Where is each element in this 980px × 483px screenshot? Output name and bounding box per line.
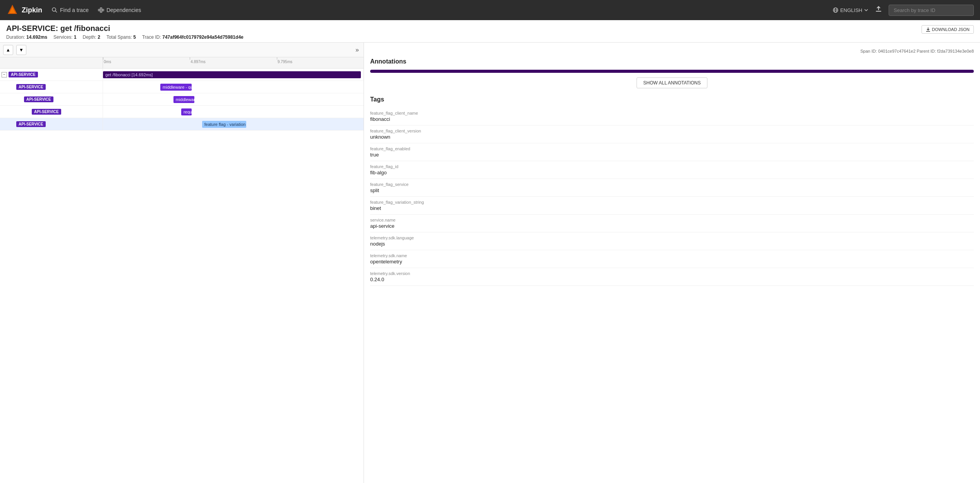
tags-section: Tags feature_flag_client_namefibonaccife… bbox=[370, 96, 974, 286]
find-trace-label: Find a trace bbox=[60, 7, 89, 13]
label-col-header bbox=[0, 57, 103, 68]
parent-id-label: Parent ID: bbox=[917, 49, 937, 53]
tag-key: telemetry.sdk.name bbox=[370, 253, 974, 258]
zipkin-logo-icon bbox=[6, 4, 19, 16]
show-annotations-button[interactable]: SHOW ALL ANNOTATIONS bbox=[637, 77, 707, 88]
collapse-up-button[interactable]: ▲ bbox=[3, 45, 13, 55]
tag-value: opentelemetry bbox=[370, 259, 974, 265]
span-id-value: 0401ce97c47641e2 bbox=[878, 49, 916, 53]
span-timeline-area: middleware - expressinit [107μs] bbox=[103, 93, 364, 105]
tag-key: feature_flag_id bbox=[370, 164, 974, 169]
download-json-button[interactable]: DOWNLOAD JSON bbox=[922, 25, 974, 34]
span-row[interactable]: API-SERVICEmiddleware - query [782μs] bbox=[0, 81, 364, 93]
trace-header: API-SERVICE: get /fibonacci DOWNLOAD JSO… bbox=[0, 20, 980, 43]
span-row[interactable]: API-SERVICErequest handler - /fibonacci … bbox=[0, 106, 364, 118]
search-input[interactable] bbox=[889, 5, 974, 16]
trace-meta: Duration: 14.692ms Services: 1 Depth: 2 … bbox=[6, 34, 974, 40]
translate-icon bbox=[832, 7, 839, 13]
tag-row: feature_flag_client_versionunknown bbox=[370, 125, 974, 143]
tag-key: feature_flag_variation_string bbox=[370, 200, 974, 205]
timeline-header: 0ms4.897ms9.795ms14.692ms bbox=[0, 57, 364, 69]
tag-row: feature_flag_client_namefibonacci bbox=[370, 108, 974, 125]
span-label-area: −API-SERVICE bbox=[0, 72, 103, 77]
span-bar[interactable]: request handler - /fibonacci [14μs] bbox=[181, 108, 192, 115]
service-badge: API-SERVICE bbox=[24, 96, 53, 102]
parent-id-value: f2da739134e3e0e8 bbox=[937, 49, 974, 53]
svg-rect-5 bbox=[100, 8, 102, 9]
service-badge: API-SERVICE bbox=[32, 109, 61, 115]
tag-value: 0.24.0 bbox=[370, 277, 974, 282]
upload-button[interactable] bbox=[875, 5, 882, 15]
service-badge: API-SERVICE bbox=[16, 84, 46, 90]
span-bar[interactable]: feature flag - variation [5.082ms] bbox=[202, 121, 246, 128]
upload-icon bbox=[875, 5, 882, 13]
tag-key: service.name bbox=[370, 218, 974, 222]
service-badge: API-SERVICE bbox=[9, 72, 38, 77]
span-label-area: API-SERVICE bbox=[0, 121, 103, 127]
duration-value: 14.692ms bbox=[26, 34, 47, 40]
services-meta: Services: 1 bbox=[53, 34, 76, 40]
tag-row: telemetry.sdk.nameopentelemetry bbox=[370, 250, 974, 268]
depth-meta: Depth: 2 bbox=[82, 34, 100, 40]
tag-row: telemetry.sdk.version0.24.0 bbox=[370, 268, 974, 286]
spans-toolbar: ▲ ▼ » bbox=[0, 43, 364, 57]
collapse-span-button[interactable]: − bbox=[2, 72, 7, 77]
span-label-area: API-SERVICE bbox=[0, 84, 103, 90]
spans-panel: ▲ ▼ » 0ms4.897ms9.795ms14.692ms −API-SER… bbox=[0, 43, 364, 483]
span-timeline-area: middleware - query [782μs] bbox=[103, 81, 364, 93]
find-trace-nav[interactable]: Find a trace bbox=[51, 7, 89, 13]
svg-rect-4 bbox=[98, 9, 100, 11]
language-selector[interactable]: ENGLISH bbox=[832, 7, 868, 13]
tag-row: service.nameapi-service bbox=[370, 215, 974, 232]
span-timeline-area: get /fibonacci [14.692ms] bbox=[103, 69, 364, 81]
span-bar[interactable]: middleware - expressinit [107μs] bbox=[173, 96, 194, 103]
tag-key: feature_flag_enabled bbox=[370, 146, 974, 151]
download-icon bbox=[926, 27, 930, 32]
span-row[interactable]: API-SERVICEmiddleware - expressinit [107… bbox=[0, 93, 364, 106]
span-id-label: Span ID: bbox=[860, 49, 878, 53]
annotations-title: Annotations bbox=[370, 58, 974, 65]
timeline-tick: 4.897ms bbox=[190, 57, 205, 64]
total-spans-meta: Total Spans: 5 bbox=[106, 34, 136, 40]
svg-rect-7 bbox=[102, 9, 104, 11]
dependencies-icon bbox=[98, 7, 104, 13]
svg-line-8 bbox=[100, 9, 100, 10]
navbar: Zipkin Find a trace Dependencies bbox=[0, 0, 980, 20]
detail-panel: Span ID: 0401ce97c47641e2 Parent ID: f2d… bbox=[364, 43, 980, 483]
tag-value: binet bbox=[370, 205, 974, 211]
svg-rect-15 bbox=[876, 11, 881, 12]
expand-button[interactable]: » bbox=[354, 45, 360, 55]
chevron-down-icon bbox=[864, 8, 868, 12]
dependencies-label: Dependencies bbox=[106, 7, 141, 13]
tag-key: feature_flag_service bbox=[370, 182, 974, 187]
timeline-tick: 0ms bbox=[103, 57, 111, 64]
search-icon bbox=[51, 7, 58, 13]
tag-row: feature_flag_servicesplit bbox=[370, 179, 974, 197]
span-timeline-area: feature flag - variation [5.082ms] bbox=[103, 118, 364, 130]
main-container: ▲ ▼ » 0ms4.897ms9.795ms14.692ms −API-SER… bbox=[0, 43, 980, 483]
tag-row: feature_flag_variation_stringbinet bbox=[370, 197, 974, 215]
navbar-right: ENGLISH bbox=[832, 5, 974, 16]
depth-value: 2 bbox=[98, 34, 100, 40]
span-row[interactable]: API-SERVICEfeature flag - variation [5.0… bbox=[0, 118, 364, 131]
svg-line-3 bbox=[55, 11, 57, 12]
svg-line-9 bbox=[100, 10, 100, 12]
annotation-bar-container bbox=[370, 70, 974, 73]
tag-value: true bbox=[370, 152, 974, 158]
svg-line-11 bbox=[102, 10, 102, 12]
tag-key: feature_flag_client_name bbox=[370, 111, 974, 115]
span-label-area: API-SERVICE bbox=[0, 109, 103, 115]
span-bar[interactable]: get /fibonacci [14.692ms] bbox=[103, 71, 361, 78]
tag-value: split bbox=[370, 187, 974, 193]
timeline-tick: 9.795ms bbox=[277, 57, 292, 64]
svg-point-2 bbox=[52, 8, 56, 11]
span-bar[interactable]: middleware - query [782μs] bbox=[160, 84, 192, 91]
tag-value: unknown bbox=[370, 134, 974, 140]
collapse-down-button[interactable]: ▼ bbox=[16, 45, 26, 55]
annotation-bar bbox=[370, 70, 974, 73]
logo-area: Zipkin bbox=[6, 4, 42, 16]
span-row[interactable]: −API-SERVICEget /fibonacci [14.692ms] bbox=[0, 69, 364, 81]
dependencies-nav[interactable]: Dependencies bbox=[98, 7, 141, 13]
duration-meta: Duration: 14.692ms bbox=[6, 34, 47, 40]
tag-key: feature_flag_client_version bbox=[370, 129, 974, 133]
